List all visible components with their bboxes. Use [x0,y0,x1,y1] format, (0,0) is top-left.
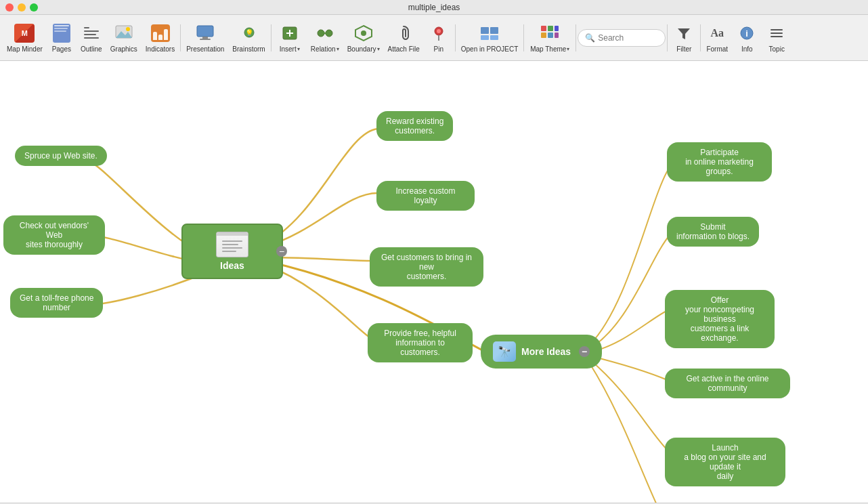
traffic-lights [5,3,38,12]
toolbar-indicators[interactable]: Indicators [142,18,179,58]
toolbar-outline[interactable]: Outline [77,18,106,58]
svg-rect-30 [555,26,559,31]
toolbar-topic-label: Topic [769,45,785,53]
svg-rect-24 [481,27,489,34]
toolbar-topic[interactable]: Topic [762,18,791,58]
toolbar-format[interactable]: Aa Format [702,18,732,58]
svg-rect-9 [200,39,211,40]
divider-1 [180,24,181,51]
svg-rect-33 [555,33,559,38]
node-vendors[interactable]: Check out vendors' Web sites thoroughly [3,215,105,255]
divider-3 [455,24,456,51]
toolbar-relation-label: Relation [311,45,336,53]
toolbar: M Map Minder Pages Outline [0,15,868,61]
toolbar-format-label: Format [706,45,728,53]
toolbar-graphics[interactable]: Graphics [106,18,142,58]
toolbar-info[interactable]: i Info [732,18,762,58]
toolbar-map-minder[interactable]: M Map Minder [3,18,47,58]
node-active[interactable]: Get active in the online community [665,369,790,398]
node-ideas-collapse[interactable]: − [276,246,287,257]
divider-6 [667,24,668,51]
svg-point-20 [361,30,366,36]
svg-rect-25 [490,27,498,34]
node-offer[interactable]: Offer your noncompeting business custome… [665,290,775,348]
toolbar-outline-label: Outline [81,45,102,53]
toolbar-boundary-label: Boundary [347,45,376,53]
node-more-ideas[interactable]: 🔭 More Ideas − [481,335,602,369]
svg-rect-2 [84,34,96,35]
node-customers-bring[interactable]: Get customers to bring in new customers. [370,247,483,287]
toolbar-attach-file[interactable]: Attach File [384,18,424,58]
divider-4 [523,24,524,51]
svg-rect-1 [84,30,99,32]
toolbar-map-theme-label: Map Theme [530,45,566,53]
node-participate[interactable]: Participate in online marketing groups. [667,142,772,182]
titlebar: multiple_ideas [0,0,868,15]
svg-text:💡: 💡 [245,28,254,37]
toolbar-insert-label: Insert [280,45,297,53]
toolbar-open-project-label: Open in PROJECT [461,45,518,53]
svg-rect-3 [84,37,99,39]
node-toll-free[interactable]: Get a toll-free phone number [10,288,103,318]
maximize-button[interactable] [30,3,38,12]
divider-5 [576,24,576,51]
search-icon: 🔍 [585,33,595,43]
toolbar-info-label: Info [741,45,753,53]
divider-2 [271,24,272,51]
node-more-ideas-label: More Ideas [521,346,571,357]
toolbar-open-project[interactable]: Open in PROJECT [457,18,522,58]
minimize-button[interactable] [18,3,26,12]
svg-rect-32 [548,33,553,38]
node-more-ideas-collapse[interactable]: − [579,346,590,357]
svg-rect-27 [490,35,498,40]
svg-rect-0 [84,27,89,28]
svg-text:i: i [745,28,748,39]
svg-marker-34 [678,28,690,39]
toolbar-attach-file-label: Attach File [388,45,420,53]
canvas[interactable]: Ideas − Spruce up Web site. Check out ve… [0,61,868,503]
svg-rect-26 [481,35,489,40]
toolbar-brainstorm-label: Brainstorm [232,45,265,53]
node-free-info[interactable]: Provide free, helpful information to cus… [368,323,473,362]
toolbar-brainstorm[interactable]: 💡 Brainstorm [228,18,269,58]
toolbar-presentation[interactable]: Presentation [182,18,228,58]
toolbar-pin[interactable]: Pin [424,18,454,58]
svg-rect-31 [541,33,546,38]
svg-point-6 [126,27,130,31]
close-button[interactable] [5,3,14,12]
search-box[interactable]: 🔍 [578,29,666,47]
svg-rect-38 [771,33,783,34]
svg-rect-39 [771,36,783,37]
node-reward[interactable]: Reward existing customers. [376,111,453,141]
toolbar-pages[interactable]: Pages [47,18,77,58]
toolbar-pin-label: Pin [434,45,443,53]
node-ideas-label: Ideas [220,260,244,271]
toolbar-graphics-label: Graphics [110,45,137,53]
svg-rect-7 [197,26,213,37]
node-spruce[interactable]: Spruce up Web site. [15,146,107,166]
divider-7 [700,24,701,51]
toolbar-map-theme[interactable]: Map Theme ▾ [525,18,574,58]
svg-rect-37 [771,29,783,30]
node-ideas[interactable]: Ideas − [181,224,283,279]
toolbar-boundary[interactable]: Boundary ▾ [343,18,384,58]
svg-rect-29 [548,26,553,31]
node-launch[interactable]: Launch a blog on your site and update it… [665,438,785,486]
node-loyalty[interactable]: Increase custom loyalty [376,181,475,211]
svg-point-22 [437,29,441,33]
toolbar-pages-label: Pages [52,45,71,53]
svg-rect-28 [541,26,546,31]
toolbar-indicators-label: Indicators [146,45,175,53]
toolbar-insert[interactable]: Insert ▾ [273,18,307,58]
node-submit[interactable]: Submit information to blogs. [667,217,759,247]
toolbar-relation[interactable]: Relation ▾ [307,18,343,58]
window-title: multiple_ideas [408,3,460,12]
toolbar-filter[interactable]: Filter [669,18,699,58]
toolbar-presentation-label: Presentation [186,45,224,53]
search-input[interactable] [598,33,658,43]
toolbar-map-minder-label: Map Minder [7,45,43,53]
toolbar-filter-label: Filter [676,45,691,53]
svg-rect-8 [202,37,208,39]
